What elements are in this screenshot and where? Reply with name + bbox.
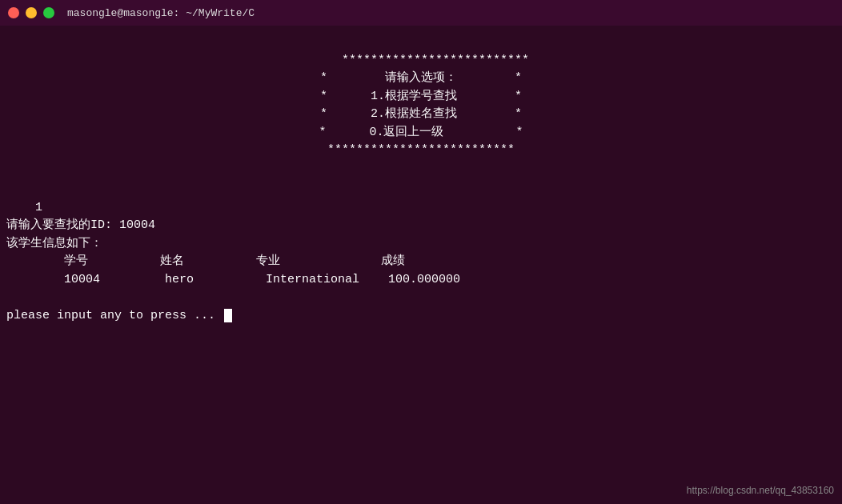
terminal-cursor <box>224 309 232 322</box>
minimize-button[interactable] <box>26 7 37 18</box>
table-header: 学号 姓名 专业 成绩 <box>6 254 405 268</box>
window-title: masongle@masongle: ~/MyWrite/C <box>67 7 255 19</box>
watermark: https://blog.csdn.net/qq_43853160 <box>687 484 834 498</box>
menu-line3: * 1.根据学号查找 * <box>320 90 522 103</box>
menu-line6: ************************** <box>327 143 515 157</box>
menu-line2: * 请输入选项： * <box>320 71 522 85</box>
menu-line1: ************************** <box>342 54 529 67</box>
menu-block: ************************** * 请输入选项： * * … <box>6 34 836 178</box>
menu-line4: * 2.根据姓名查找 * <box>320 107 522 121</box>
input-number: 1 <box>35 201 42 214</box>
wait-prompt: please input any to press ... <box>6 309 223 322</box>
titlebar: masongle@masongle: ~/MyWrite/C <box>0 0 842 26</box>
prompt-id: 请输入要查找的ID: 10004 <box>6 218 155 232</box>
info-label: 该学生信息如下： <box>6 237 102 250</box>
table-row: 10004 hero International 100.000000 <box>6 273 460 286</box>
close-button[interactable] <box>8 7 19 18</box>
maximize-button[interactable] <box>43 7 54 18</box>
menu-line5: * 0.返回上一级 * <box>319 126 523 139</box>
terminal-body: ************************** * 请输入选项： * * … <box>0 26 842 504</box>
output-block: 1 请输入要查找的ID: 10004 该学生信息如下： 学号 姓名 专业 成绩 … <box>6 181 836 343</box>
